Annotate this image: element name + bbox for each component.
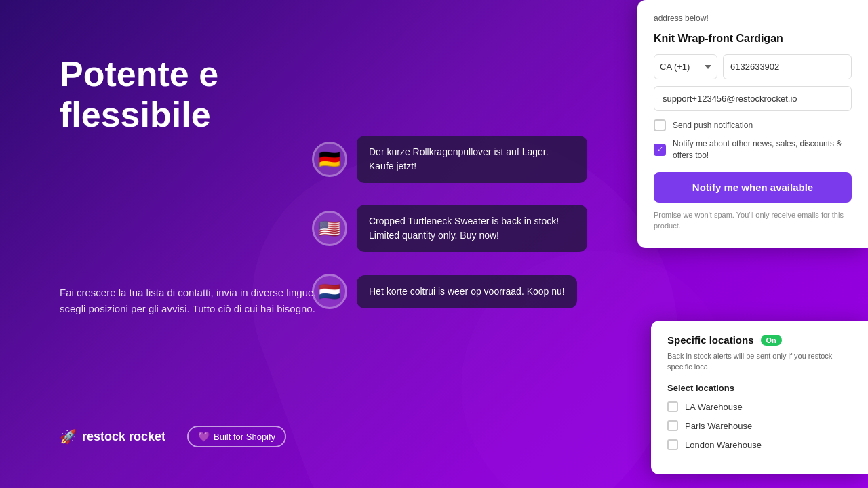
chat-bubble-2: 🇺🇸 Cropped Turtleneck Sweater is back in… [312, 205, 610, 252]
london-warehouse-checkbox[interactable] [667, 439, 678, 450]
chat-area: 🇩🇪 Der kurze Rollkragenpullover ist auf … [312, 136, 610, 331]
push-notification-checkbox[interactable] [654, 119, 666, 131]
push-notification-row: Send push notification [654, 119, 852, 131]
locations-header: Specific locations On [667, 334, 852, 346]
locations-title: Specific locations [667, 334, 754, 346]
brand-logo: 🚀 restock rocket [60, 428, 165, 445]
phone-row: CA (+1) [654, 54, 852, 79]
email-input[interactable] [654, 86, 852, 111]
location-row-la: LA Warehouse [667, 401, 852, 412]
location-row-london: London Warehouse [667, 439, 852, 450]
phone-input[interactable] [723, 54, 852, 79]
london-warehouse-label: London Warehouse [685, 440, 762, 450]
spam-note: Promise we won't spam. You'll only recei… [654, 209, 852, 232]
shopify-label: Built for Shopify [214, 432, 275, 442]
location-row-paris: Paris Warehouse [667, 420, 852, 431]
on-badge: On [761, 335, 782, 346]
marketing-row: ✓ Notify me about other news, sales, dis… [654, 138, 852, 161]
paris-warehouse-checkbox[interactable] [667, 420, 678, 431]
product-title: Knit Wrap-front Cardigan [654, 33, 852, 45]
rocket-icon: 🚀 [60, 428, 77, 445]
notify-card: address below! Knit Wrap-front Cardigan … [637, 0, 868, 248]
locations-card: Specific locations On Back in stock aler… [651, 321, 868, 474]
notify-top-text: address below! [654, 14, 852, 23]
branding-area: 🚀 restock rocket 💜 Built for Shopify [60, 426, 286, 447]
flag-usa: 🇺🇸 [312, 211, 347, 246]
push-notification-label: Send push notification [673, 120, 753, 131]
description-text: Fai crescere la tua lista di contatti, i… [60, 285, 317, 317]
locations-description: Back in stock alerts will be sent only i… [667, 351, 852, 372]
marketing-label: Notify me about other news, sales, disco… [673, 138, 852, 161]
brand-name: restock rocket [82, 430, 165, 444]
select-locations-label: Select locations [667, 383, 852, 393]
flag-germany: 🇩🇪 [312, 142, 347, 177]
bubble-text-2: Cropped Turtleneck Sweater is back in st… [357, 205, 587, 252]
heart-icon: 💜 [198, 431, 210, 442]
bubble-text-3: Het korte coltrui is weer op voorraad. K… [357, 275, 577, 308]
country-select[interactable]: CA (+1) [654, 54, 717, 79]
flag-netherlands: 🇳🇱 [312, 274, 347, 309]
notify-button[interactable]: Notify me when available [654, 172, 852, 203]
bubble-text-1: Der kurze Rollkragenpullover ist auf Lag… [357, 136, 587, 183]
shopify-badge: 💜 Built for Shopify [187, 426, 286, 447]
la-warehouse-checkbox[interactable] [667, 401, 678, 412]
chat-bubble-1: 🇩🇪 Der kurze Rollkragenpullover ist auf … [312, 136, 610, 183]
la-warehouse-label: LA Warehouse [685, 402, 743, 412]
marketing-checkbox[interactable]: ✓ [654, 144, 666, 156]
paris-warehouse-label: Paris Warehouse [685, 421, 752, 431]
main-title: Potente e flessibile [60, 54, 317, 136]
chat-bubble-3: 🇳🇱 Het korte coltrui is weer op voorraad… [312, 274, 610, 309]
